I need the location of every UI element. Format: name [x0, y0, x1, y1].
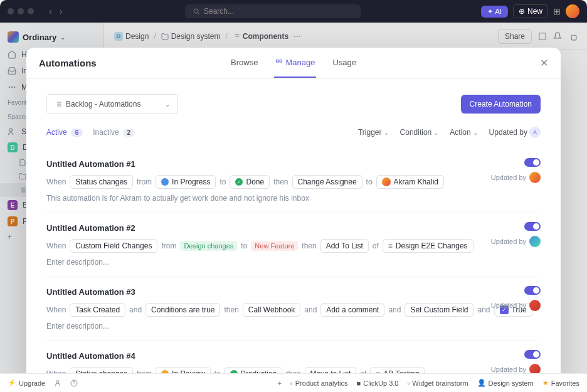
modal-overlay: Automations Browse Manage Usage ✕ Backlo…: [0, 23, 587, 392]
rule-connector: and: [304, 305, 317, 314]
automation-row[interactable]: Untitled Automation #2WhenCustom Field C…: [46, 213, 541, 277]
rule-connector: of: [373, 241, 379, 250]
new-button[interactable]: ⊕ New: [513, 4, 548, 18]
filter-updated-by[interactable]: Updated byA: [489, 127, 541, 138]
svg-rect-13: [280, 60, 282, 62]
automations-modal: Automations Browse Manage Usage ✕ Backlo…: [26, 48, 561, 389]
automation-description[interactable]: This automation is for Akram to actually…: [46, 194, 541, 203]
assignee-avatar: [382, 177, 391, 186]
rule-connector: then: [302, 241, 316, 250]
add-icon[interactable]: +: [277, 379, 281, 387]
filter-condition[interactable]: Condition⌄: [400, 128, 439, 137]
rule-chip[interactable]: Akram Khalid: [376, 175, 444, 189]
updater-avatar: [529, 236, 541, 247]
rule-tag[interactable]: Design changes: [180, 241, 237, 251]
rule-chip[interactable]: Custom Field Changes: [70, 239, 157, 253]
automation-toggle[interactable]: [524, 286, 541, 295]
svg-point-17: [56, 380, 59, 383]
automation-row[interactable]: Untitled Automation #3WhenTask Createdan…: [46, 277, 541, 341]
filter-active[interactable]: Active6: [46, 128, 83, 137]
list-icon: [55, 100, 62, 108]
manage-icon: [275, 59, 283, 66]
forward-button[interactable]: ›: [57, 5, 65, 18]
chevron-down-icon: ⌄: [165, 101, 170, 108]
rule-connector: to: [366, 177, 373, 186]
rule-chip[interactable]: ≡Design E2E Changes: [383, 239, 473, 253]
automation-description[interactable]: Enter description...: [46, 258, 541, 267]
tab-manage[interactable]: Manage: [274, 48, 316, 78]
bottom-item[interactable]: ■ ClickUp 3.0: [357, 379, 399, 387]
rule-chip[interactable]: Conditions are true: [145, 303, 220, 317]
updater-avatar: [529, 300, 541, 311]
help-icon[interactable]: [70, 379, 78, 387]
rule-connector: from: [137, 177, 152, 186]
back-button[interactable]: ‹: [46, 5, 55, 18]
rule-connector: and: [129, 305, 142, 314]
rule-tag[interactable]: New Feature: [251, 241, 298, 251]
ai-button[interactable]: ✦ AI: [481, 6, 508, 18]
rule-connector: to: [241, 241, 247, 250]
nav-arrows: ‹ ›: [46, 5, 65, 18]
bottom-item[interactable]: ★ Favorites: [542, 379, 579, 387]
filter-trigger[interactable]: Trigger⌄: [358, 128, 389, 137]
modal-header: Automations Browse Manage Usage ✕: [26, 48, 561, 79]
svg-rect-12: [277, 60, 279, 62]
rule-connector: then: [224, 305, 238, 314]
automation-rule: WhenStatus changesfromIn Progressto✓Done…: [46, 175, 541, 189]
automation-description[interactable]: Enter description...: [46, 322, 541, 331]
user-avatar[interactable]: [566, 4, 579, 18]
automation-rule: WhenCustom Field ChangesfromDesign chang…: [46, 239, 541, 253]
automation-title: Untitled Automation #3: [46, 287, 541, 297]
user-icon[interactable]: [54, 379, 61, 387]
rule-chip[interactable]: Task Created: [70, 303, 125, 317]
automation-rule: WhenTask CreatedandConditions are trueth…: [46, 303, 541, 317]
rule-connector: and: [388, 305, 401, 314]
automation-title: Untitled Automation #2: [46, 223, 541, 233]
rule-chip[interactable]: Add To List: [320, 239, 369, 253]
rule-chip[interactable]: Status changes: [70, 175, 133, 189]
updater-avatar: [529, 172, 541, 183]
status-icon: [161, 178, 169, 186]
automation-title: Untitled Automation #1: [46, 159, 541, 169]
rule-chip[interactable]: ✓Done: [230, 175, 270, 189]
bottom-item[interactable]: ▫ Product analytics: [290, 379, 348, 387]
tab-usage[interactable]: Usage: [331, 48, 357, 78]
rule-connector: to: [219, 177, 226, 186]
search-icon: [193, 8, 200, 15]
bottombar: ⚡Upgrade + ▫ Product analytics ■ ClickUp…: [0, 373, 587, 392]
create-automation-button[interactable]: Create Automation: [461, 95, 541, 114]
svg-point-0: [194, 9, 198, 13]
upgrade-button[interactable]: ⚡Upgrade: [8, 379, 45, 387]
list-icon: ≡: [388, 241, 393, 250]
window-controls[interactable]: [8, 8, 34, 14]
rule-connector: then: [273, 177, 288, 186]
rule-connector: When: [46, 177, 66, 186]
rule-connector: When: [46, 241, 66, 250]
rule-connector: and: [477, 305, 490, 314]
updated-by: Updated by: [491, 172, 541, 183]
rule-chip[interactable]: Change Assignee: [292, 175, 362, 189]
filter-inactive[interactable]: Inactive2: [93, 128, 135, 137]
close-button[interactable]: ✕: [540, 57, 548, 69]
automation-toggle[interactable]: [524, 350, 541, 359]
tab-browse[interactable]: Browse: [230, 48, 259, 78]
updated-by: Updated by: [491, 300, 541, 311]
automation-title: Untitled Automation #4: [46, 351, 541, 361]
list-selector[interactable]: Backlog - Automations ⌄: [46, 94, 178, 114]
rule-chip[interactable]: Set Custom Field: [405, 303, 473, 317]
automation-row[interactable]: Untitled Automation #1WhenStatus changes…: [46, 149, 541, 213]
search-input[interactable]: Search...: [185, 4, 361, 18]
apps-icon[interactable]: ⊞: [553, 6, 561, 16]
status-icon: ✓: [235, 178, 243, 186]
filter-action[interactable]: Action⌄: [450, 128, 477, 137]
titlebar: ‹ › Search... ✦ AI ⊕ New ⊞: [0, 0, 587, 23]
automation-toggle[interactable]: [524, 222, 541, 231]
automation-toggle[interactable]: [524, 158, 541, 167]
modal-title: Automations: [39, 58, 97, 68]
rule-chip[interactable]: Call Webhook: [243, 303, 300, 317]
rule-chip[interactable]: In Progress: [156, 175, 216, 189]
bottom-item[interactable]: 👤 Design system: [477, 379, 534, 387]
updated-by: Updated by: [491, 236, 541, 247]
rule-chip[interactable]: Add a comment: [320, 303, 384, 317]
bottom-item[interactable]: ▫ Widget brainstorm: [407, 379, 468, 387]
